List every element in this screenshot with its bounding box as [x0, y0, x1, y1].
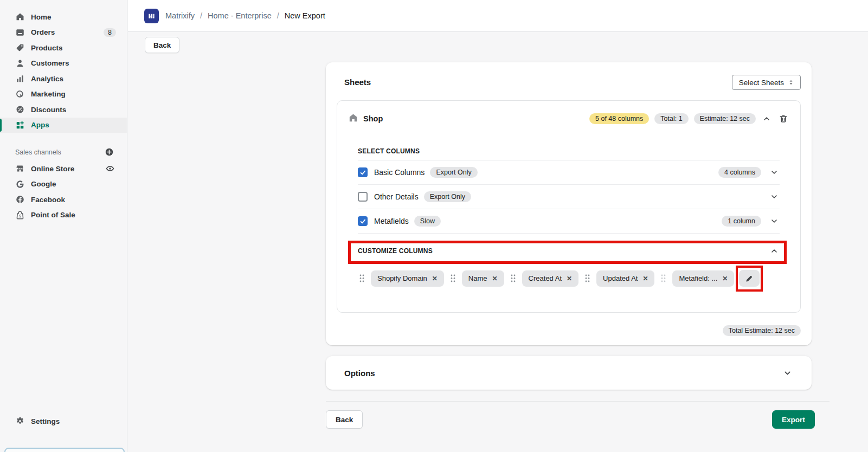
collapse-customize-chevron-up-icon[interactable] — [769, 246, 780, 256]
total-badge: Total: 1 — [654, 113, 688, 124]
breadcrumb-page: New Export — [285, 11, 325, 20]
sidebar-item-marketing[interactable]: Marketing — [0, 87, 127, 102]
other-details-checkbox[interactable] — [358, 192, 368, 202]
remove-column-icon[interactable]: ✕ — [722, 275, 728, 282]
breadcrumb-app[interactable]: Matrixify — [165, 11, 195, 20]
export-only-badge: Export Only — [430, 167, 477, 178]
orders-icon — [15, 28, 25, 37]
basic-columns-checkbox[interactable] — [358, 167, 368, 177]
column-group-row-other-details: Other Details Export Only — [358, 185, 780, 209]
google-icon — [15, 179, 25, 189]
expand-group-chevron-down-icon[interactable] — [769, 191, 780, 202]
sheets-title: Sheets — [344, 78, 371, 87]
sidebar-item-online-store[interactable]: Online Store — [0, 161, 127, 177]
sidebar-item-label: Settings — [31, 417, 60, 425]
sidebar-item-label: Online Store — [31, 165, 74, 173]
drag-handle-icon[interactable] — [449, 273, 457, 283]
sidebar-item-label: Google — [31, 180, 56, 188]
sidebar-item-label: Orders — [31, 28, 55, 36]
sidebar-item-analytics[interactable]: Analytics — [0, 71, 127, 87]
store-icon — [15, 164, 25, 173]
customize-columns-header: CUSTOMIZE COLUMNS — [358, 247, 433, 255]
sidebar-item-label: Discounts — [31, 106, 66, 114]
expand-group-chevron-down-icon[interactable] — [769, 216, 780, 227]
expand-options-chevron-down-icon[interactable] — [782, 367, 793, 379]
sidebar-item-label: Products — [31, 44, 63, 52]
expand-group-chevron-down-icon[interactable] — [769, 167, 780, 178]
metafields-checkbox[interactable] — [358, 216, 368, 226]
add-sales-channel-icon[interactable] — [104, 146, 115, 158]
column-group-label: Other Details — [374, 192, 419, 201]
select-updown-icon — [787, 79, 795, 86]
back-button-bottom[interactable]: Back — [326, 410, 363, 429]
pencil-icon — [745, 274, 754, 283]
sheets-card: Sheets Select Sheets Shop 5 of 48 column… — [326, 62, 812, 345]
breadcrumb-section[interactable]: Home - Enterprise — [208, 11, 272, 20]
gear-icon — [15, 416, 25, 426]
export-button[interactable]: Export — [772, 410, 815, 429]
page: Home Orders 8 Products Customers Analyti… — [0, 0, 868, 452]
column-group-label: Metafields — [374, 217, 409, 225]
drag-handle-icon[interactable] — [358, 273, 366, 283]
select-columns-header: SELECT COLUMNS — [358, 147, 780, 155]
collapse-sheet-chevron-up-icon[interactable] — [761, 113, 772, 124]
sidebar-item-label: Facebook — [31, 196, 65, 204]
drag-handle-icon[interactable] — [659, 273, 667, 283]
remove-column-icon[interactable]: ✕ — [492, 275, 498, 282]
remove-column-icon[interactable]: ✕ — [642, 275, 648, 282]
slow-badge: Slow — [414, 216, 441, 227]
customize-columns-section: CUSTOMIZE COLUMNS — [358, 241, 780, 262]
customers-icon — [15, 59, 25, 68]
products-icon — [15, 43, 25, 53]
footer-divider — [326, 401, 830, 402]
remove-column-icon[interactable]: ✕ — [567, 275, 572, 282]
breadcrumb: Matrixify / Home - Enterprise / New Expo… — [165, 11, 325, 20]
select-sheets-button[interactable]: Select Sheets — [732, 75, 801, 90]
column-chip: Shopify Domain✕ — [371, 270, 444, 287]
export-only-badge: Export Only — [424, 191, 471, 202]
column-count-badge: 1 column — [722, 216, 761, 227]
sidebar: Home Orders 8 Products Customers Analyti… — [0, 0, 127, 452]
delete-sheet-trash-icon[interactable] — [777, 113, 789, 125]
options-card[interactable]: Options — [326, 356, 812, 390]
column-group-row-metafields: Metafields Slow 1 column — [358, 209, 780, 234]
column-chip: Metafield: ...✕ — [672, 270, 734, 287]
column-group-label: Basic Columns — [374, 168, 425, 177]
sidebar-item-label: Customers — [31, 59, 69, 67]
orders-count-badge: 8 — [104, 28, 116, 37]
facebook-icon — [15, 195, 25, 204]
sidebar-item-products[interactable]: Products — [0, 40, 127, 56]
total-estimate-badge: Total Estimate: 12 sec — [723, 325, 801, 336]
sidebar-item-orders[interactable]: Orders 8 — [0, 25, 127, 41]
eye-icon[interactable] — [104, 163, 116, 175]
remove-column-icon[interactable]: ✕ — [432, 275, 438, 282]
select-columns-section: SELECT COLUMNS Basic Columns Export Only… — [358, 147, 780, 287]
edit-metafield-button[interactable] — [739, 270, 760, 287]
customize-columns-chips: Shopify Domain✕ Name✕ Created At✕ Update… — [358, 270, 780, 287]
drag-handle-icon[interactable] — [509, 273, 517, 283]
sidebar-item-discounts[interactable]: Discounts — [0, 102, 127, 118]
analytics-icon — [15, 74, 25, 83]
sidebar-item-home[interactable]: Home — [0, 9, 127, 25]
point-of-sale-icon — [15, 210, 25, 220]
back-button-top[interactable]: Back — [145, 37, 179, 53]
sidebar-item-settings[interactable]: Settings — [0, 414, 127, 429]
sidebar-item-label: Point of Sale — [31, 211, 75, 219]
sidebar-item-apps[interactable]: Apps — [0, 118, 127, 133]
sidebar-item-facebook[interactable]: Facebook — [0, 192, 127, 208]
sidebar-item-label: Marketing — [31, 90, 66, 98]
drag-handle-icon[interactable] — [583, 273, 591, 283]
sidebar-item-label: Analytics — [31, 75, 63, 83]
sidebar-item-label: Apps — [31, 121, 49, 129]
shop-icon — [348, 113, 358, 125]
sidebar-item-point-of-sale[interactable]: Point of Sale — [0, 208, 127, 223]
column-chip: Updated At✕ — [596, 270, 654, 287]
topbar: Matrixify / Home - Enterprise / New Expo… — [128, 0, 868, 32]
estimate-badge: Estimate: 12 sec — [694, 113, 756, 124]
discounts-icon — [15, 105, 25, 114]
sidebar-item-customers[interactable]: Customers — [0, 56, 127, 72]
column-count-badge: 4 columns — [718, 167, 761, 178]
sidebar-item-google[interactable]: Google — [0, 177, 127, 192]
column-chip: Created At✕ — [522, 270, 579, 287]
apps-icon — [15, 120, 25, 130]
